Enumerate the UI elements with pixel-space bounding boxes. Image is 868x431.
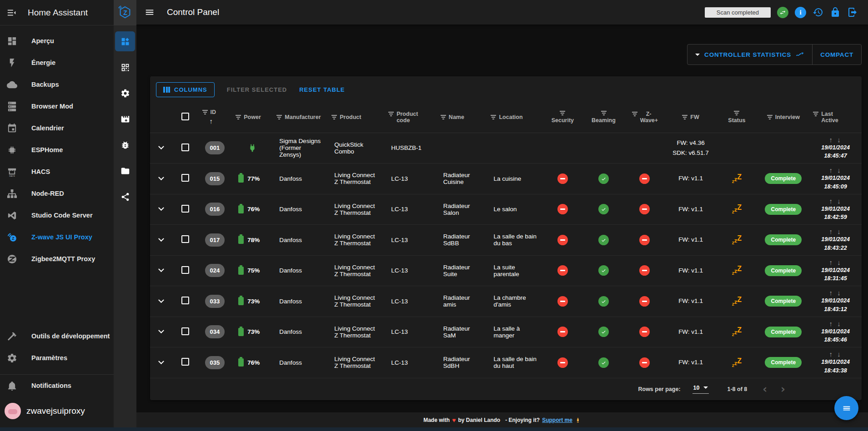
user-profile[interactable]: zwavejsuiproxy — [0, 396, 114, 426]
caret-down-icon — [703, 386, 708, 389]
svg-text:Z: Z — [123, 9, 127, 16]
columns-button[interactable]: COLUMNS — [156, 82, 215, 97]
expand-chevron-icon[interactable] — [158, 297, 164, 303]
filter-icon[interactable] — [441, 115, 446, 119]
sidebar-item-browser-mod[interactable]: Browser Mod — [0, 95, 114, 117]
rail-network-graph-button[interactable] — [115, 187, 135, 207]
sidebar-item-calendrier[interactable]: Calendrier — [0, 117, 114, 139]
sidebar-item-backups[interactable]: Backups — [0, 74, 114, 95]
location-cell: La cuisine — [487, 163, 542, 194]
product-code-cell: HUSBZB-1 — [385, 133, 437, 163]
expand-chevron-icon[interactable] — [158, 236, 164, 242]
fw-cell: FW: v1.1 — [665, 163, 717, 194]
rail-smart-start-button[interactable] — [115, 57, 135, 77]
filter-icon[interactable] — [331, 115, 337, 119]
sidebar-toggle-icon[interactable] — [7, 8, 17, 18]
controller-statistics-button[interactable]: CONTROLLER STATISTICS — [687, 45, 812, 64]
row-checkbox[interactable] — [181, 327, 189, 335]
table-row[interactable]: 034 73% Danfoss Living Connect Z Thermos… — [150, 317, 862, 347]
logout-icon[interactable] — [847, 7, 858, 18]
next-page-button[interactable]: › — [781, 384, 785, 395]
sidebar-item-notifications[interactable]: Notifications — [0, 375, 114, 396]
filter-icon[interactable] — [767, 115, 773, 119]
node-id-chip: 016 — [205, 203, 225, 216]
table-row[interactable]: 015 77% Danfoss Living Connect Z Thermos… — [150, 163, 862, 194]
table-row[interactable]: 033 73% Danfoss Living Connect Z Thermos… — [150, 286, 862, 317]
sidebar-item-parametres[interactable]: Paramètres — [0, 347, 114, 369]
rows-per-page-label: Rows per page: — [638, 386, 680, 392]
node-id-chip: 033 — [205, 295, 225, 308]
fab-menu-button[interactable] — [834, 396, 858, 420]
product-cell: Living Connect Z Thermostat — [328, 347, 385, 378]
expand-chevron-icon[interactable] — [158, 144, 164, 150]
info-icon[interactable]: i — [795, 7, 806, 18]
history-icon[interactable] — [813, 7, 823, 18]
expand-chevron-icon[interactable] — [158, 328, 164, 334]
filter-icon[interactable] — [682, 115, 687, 119]
filter-selected-button[interactable]: FILTER SELECTED — [227, 86, 287, 93]
filter-icon[interactable] — [276, 115, 282, 119]
filter-icon[interactable] — [202, 110, 208, 114]
select-all-checkbox[interactable] — [181, 113, 189, 120]
fw-cell: FW: v4.36SDK: v6.51.7 — [665, 133, 717, 163]
filter-icon[interactable] — [601, 111, 607, 115]
expand-chevron-icon[interactable] — [158, 267, 164, 272]
sidebar-item-zwave-js-ui-proxy[interactable]: Z Z-wave JS UI Proxy — [0, 226, 114, 248]
filter-icon[interactable] — [560, 111, 565, 115]
zwave-js-ui-logo[interactable]: Z — [114, 0, 136, 25]
expand-chevron-icon[interactable] — [158, 358, 164, 364]
fw-cell: FW: v1.1 — [665, 194, 717, 225]
sidebar-item-hacs[interactable]: HACS HACS — [0, 161, 114, 183]
rail-settings-button[interactable] — [115, 83, 135, 103]
scan-status-button[interactable]: Scan completed — [705, 7, 771, 18]
table-row[interactable]: 035 76% Danfoss Living Connect Z Thermos… — [150, 347, 862, 378]
row-checkbox[interactable] — [181, 266, 189, 274]
interview-status-badge: Complete — [765, 204, 802, 215]
row-checkbox[interactable] — [181, 297, 189, 304]
filter-icon[interactable] — [734, 111, 739, 115]
expand-chevron-icon[interactable] — [158, 205, 164, 211]
rows-per-page-select[interactable]: 10 — [692, 385, 709, 394]
location-cell: La chambre d'amis — [487, 286, 542, 317]
filter-icon[interactable] — [491, 115, 496, 119]
swap-icon[interactable] — [777, 7, 788, 18]
row-checkbox[interactable] — [181, 174, 189, 182]
filter-icon[interactable] — [813, 112, 818, 116]
rx-tx-arrows-icon: ↑ ↓ — [814, 228, 857, 235]
expand-chevron-icon[interactable] — [158, 174, 164, 180]
table-row[interactable]: 001 Sigma Designs (Former Zensys) QuickS… — [150, 133, 862, 163]
filter-icon[interactable] — [388, 112, 394, 116]
sidebar-item-dev-tools[interactable]: Outils de développement — [0, 325, 114, 347]
sort-asc-icon[interactable]: ↑ — [210, 117, 229, 125]
row-checkbox[interactable] — [181, 358, 189, 366]
compact-button[interactable]: COMPACT — [812, 45, 861, 64]
row-checkbox[interactable] — [181, 205, 189, 213]
sidebar-item-energie[interactable]: Énergie — [0, 52, 114, 74]
rail-store-button[interactable] — [115, 161, 135, 181]
sidebar-item-apercu[interactable]: Aperçu — [0, 30, 114, 52]
table-row[interactable]: 017 78% Danfoss Living Connect Z Thermos… — [150, 225, 862, 256]
row-checkbox[interactable] — [181, 144, 189, 151]
sidebar-item-esphome[interactable]: ESPHome — [0, 139, 114, 161]
rail-debug-button[interactable] — [115, 135, 135, 155]
sidebar-item-node-red[interactable]: Node-RED — [0, 183, 114, 204]
grid-icon — [120, 37, 130, 46]
bottom-strip — [0, 427, 868, 431]
rail-scenes-button[interactable] — [115, 109, 135, 129]
stats-button-group: CONTROLLER STATISTICS COMPACT — [687, 44, 862, 65]
filter-icon[interactable] — [632, 112, 637, 116]
rail-control-panel-button[interactable] — [115, 31, 135, 51]
filter-icon[interactable] — [236, 115, 241, 119]
reset-table-button[interactable]: RESET TABLE — [299, 86, 345, 93]
support-me-link[interactable]: Support me — [542, 417, 572, 423]
menu-hamburger-icon[interactable] — [145, 7, 155, 17]
table-row[interactable]: 016 76% Danfoss Living Connect Z Thermos… — [150, 194, 862, 225]
name-cell: Radiateur Salon — [437, 194, 487, 225]
lock-icon[interactable] — [830, 7, 841, 18]
table-row[interactable]: 024 75% Danfoss Living Connect Z Thermos… — [150, 255, 862, 286]
sidebar-item-studio-code-server[interactable]: Studio Code Server — [0, 204, 114, 226]
sidebar-item-zigbee2mqtt-proxy[interactable]: Zigbee2MQTT Proxy — [0, 248, 114, 270]
row-checkbox[interactable] — [181, 235, 189, 243]
manufacturer-cell: Danfoss — [273, 317, 328, 347]
prev-page-button[interactable]: ‹ — [763, 384, 767, 395]
